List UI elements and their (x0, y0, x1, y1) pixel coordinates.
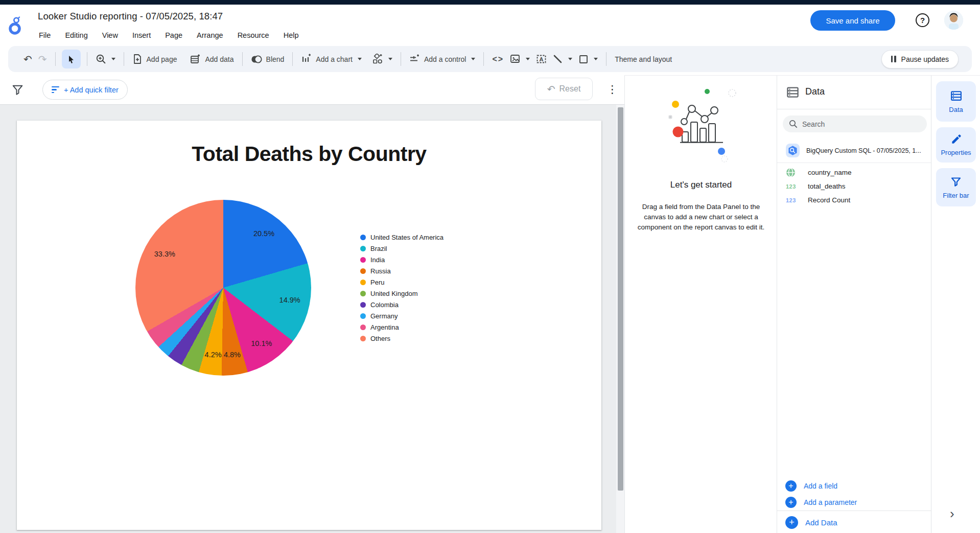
data-panel-header: Data (777, 76, 931, 109)
number-field-icon: 123 (786, 197, 799, 203)
add-page-button[interactable]: Add page (129, 52, 180, 66)
data-source-row[interactable]: BigQuery Custom SQL - 07/05/2025, 1... (777, 138, 931, 163)
filter-funnel-icon (11, 83, 24, 96)
menu-editing[interactable]: Editing (58, 30, 95, 40)
report-canvas[interactable]: Total Deaths by Country 20.5%14.9%10.1%4… (0, 105, 624, 533)
rail-tab-filter-bar[interactable]: Filter bar (936, 168, 976, 206)
pie-chart[interactable]: 20.5%14.9%10.1%4.8%4.2%33.3% (135, 200, 311, 376)
pause-updates-button[interactable]: Pause updates (881, 50, 959, 68)
add-a-chart-button[interactable]: Add a chart (298, 52, 365, 66)
insert-text-button[interactable]: A (533, 52, 550, 66)
toolbar-divider (124, 52, 124, 66)
legend-item: Argentina (360, 321, 444, 333)
search-input[interactable] (802, 120, 915, 128)
add-data-label-footer: Add Data (805, 518, 837, 527)
pie-percent-label: 10.1% (251, 339, 272, 347)
legend-item: United Kingdom (360, 288, 444, 299)
legend-color-dot (360, 291, 366, 296)
legend-label: India (370, 256, 385, 264)
add-data-label: Add data (205, 55, 234, 63)
line-icon (553, 54, 563, 64)
toolbar-divider (401, 52, 401, 66)
pause-icon (891, 56, 896, 62)
rail-tab-data[interactable]: Data (936, 81, 976, 122)
user-avatar[interactable] (944, 11, 963, 30)
collapse-panel-chevron-icon[interactable]: › (950, 506, 954, 522)
pencil-icon (950, 133, 962, 145)
field-row-country-name[interactable]: country_name (777, 166, 931, 179)
add-page-icon (132, 54, 143, 64)
chart-title: Total Deaths by Country (17, 142, 601, 166)
legend-item: Russia (360, 265, 444, 276)
menu-help[interactable]: Help (276, 30, 306, 40)
community-viz-icon (372, 54, 383, 65)
data-panel-title: Data (805, 86, 825, 97)
get-started-panel: Let's get started Drag a field from the … (624, 75, 777, 533)
plus-circle-icon (785, 497, 797, 508)
plus-circle-icon (785, 516, 798, 529)
zoom-magnifier-icon (96, 54, 106, 64)
insert-shape-button[interactable] (575, 52, 601, 66)
more-options-kebab-icon[interactable]: ⋮ (604, 82, 621, 97)
reset-button[interactable]: ↶ Reset (535, 78, 593, 100)
theme-and-layout-button[interactable]: Theme and layout (612, 53, 675, 65)
menu-insert[interactable]: Insert (125, 30, 158, 40)
legend-color-dot (360, 280, 366, 285)
redo-icon[interactable]: ↷ (35, 52, 50, 66)
toolbar-divider (292, 52, 293, 66)
add-data-button-footer[interactable]: Add Data (777, 513, 931, 531)
legend-label: Russia (370, 267, 391, 275)
legend-label: Germany (370, 312, 398, 320)
toolbar: ↶ ↷ Add page Add data Blend Add a chart … (8, 46, 972, 72)
canvas-scrollbar-thumb[interactable] (618, 107, 623, 491)
data-panel: Data BigQuery Custom SQL - 07/05/2025, 1… (777, 75, 931, 533)
legend-label: Brazil (370, 245, 387, 252)
add-a-parameter-button[interactable]: Add a parameter (777, 495, 931, 510)
chevron-down-icon (526, 58, 530, 60)
search-icon (789, 120, 798, 128)
looker-studio-logo-icon (6, 11, 27, 37)
data-table-icon (950, 89, 963, 102)
field-row-total-deaths[interactable]: 123 total_deaths (777, 179, 931, 193)
legend-label: Peru (370, 279, 384, 286)
help-icon[interactable]: ? (916, 13, 929, 27)
canvas-scrollbar-track[interactable] (616, 105, 624, 533)
add-quick-filter-button[interactable]: + Add quick filter (42, 80, 128, 100)
report-page[interactable]: Total Deaths by Country 20.5%14.9%10.1%4… (17, 121, 601, 530)
legend-label: Argentina (370, 323, 399, 331)
blend-button[interactable]: Blend (248, 53, 288, 66)
add-a-field-button[interactable]: Add a field (777, 478, 931, 494)
legend-item: Others (360, 333, 444, 344)
add-a-control-button[interactable]: Add a control (406, 52, 479, 66)
menu-view[interactable]: View (95, 30, 125, 40)
toolbar-divider (55, 52, 56, 66)
menu-arrange[interactable]: Arrange (190, 30, 230, 40)
insert-image-button[interactable] (507, 52, 533, 66)
number-field-icon: 123 (786, 183, 799, 190)
field-row-record-count[interactable]: 123 Record Count (777, 193, 931, 207)
save-and-share-button[interactable]: Save and share (810, 10, 895, 31)
undo-icon[interactable]: ↶ (20, 52, 35, 66)
select-tool-button[interactable] (62, 50, 81, 68)
field-search-box[interactable] (783, 115, 927, 132)
add-quick-filter-label: + Add quick filter (64, 86, 119, 94)
chevron-down-icon (594, 58, 598, 60)
menubar: File Editing View Insert Page Arrange Re… (32, 30, 306, 40)
report-title[interactable]: Looker Studio reporting - 07/05/2025, 18… (38, 11, 223, 22)
legend-item: Germany (360, 310, 444, 321)
insert-line-button[interactable] (550, 52, 575, 66)
embed-code-icon[interactable]: <> (489, 53, 507, 66)
add-data-button[interactable]: Add data (187, 52, 237, 66)
community-visualizations-button[interactable] (369, 52, 395, 67)
right-rail: Data Properties Filter bar › (931, 75, 980, 533)
menu-file[interactable]: File (32, 30, 58, 40)
get-started-illustration (639, 85, 762, 169)
bigquery-source-icon (786, 144, 800, 157)
menu-resource[interactable]: Resource (230, 30, 276, 40)
menu-page[interactable]: Page (158, 30, 190, 40)
add-data-icon (190, 54, 201, 64)
zoom-tool-button[interactable] (92, 52, 119, 66)
rail-tab-properties[interactable]: Properties (936, 127, 976, 163)
app-header: Looker Studio reporting - 07/05/2025, 18… (0, 5, 980, 45)
filter-lines-icon (52, 86, 59, 94)
